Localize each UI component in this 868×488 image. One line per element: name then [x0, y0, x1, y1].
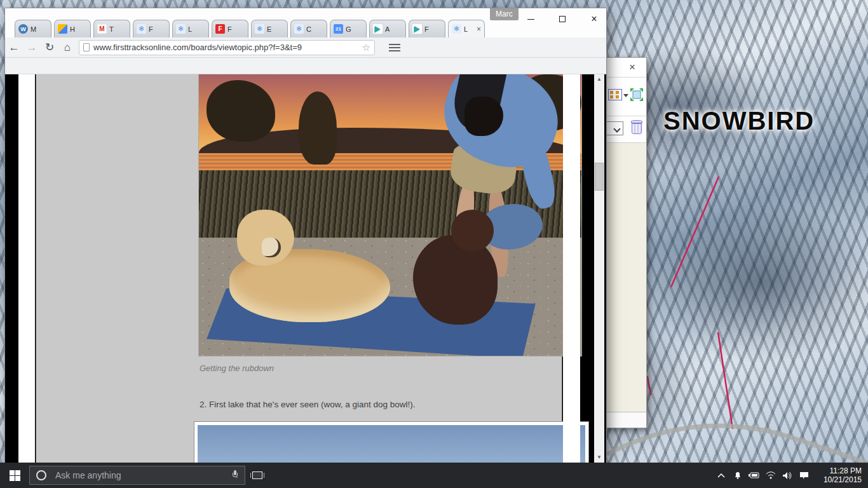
brown-puppy-figure	[413, 235, 497, 325]
browser-tab[interactable]: C	[290, 20, 327, 37]
close-button[interactable]: ×	[586, 12, 602, 26]
browser-tab[interactable]: G	[330, 20, 367, 37]
browser-tab[interactable]: A	[369, 20, 406, 37]
tab-title: L	[464, 25, 468, 33]
post-photo-lake-sky[interactable]	[194, 421, 589, 463]
clock-date: 10/21/2015	[817, 475, 862, 484]
flipboard-favicon-icon	[215, 24, 225, 34]
wordpress-favicon-icon	[18, 24, 28, 34]
scroll-up-icon[interactable]: ▲	[594, 74, 604, 85]
play-favicon-icon	[412, 24, 422, 34]
tab-title: H	[70, 25, 75, 33]
layout-dropdown-caret-icon[interactable]	[623, 94, 628, 97]
tab-strip: MHTFLFECGAFL×	[15, 20, 487, 37]
tray-wifi-icon[interactable]	[763, 463, 779, 488]
tree-silhouette	[299, 92, 337, 165]
browser-tab[interactable]: F	[212, 20, 248, 37]
windows-taskbar: Ask me anything	[0, 463, 868, 488]
back-icon[interactable]: ←	[5, 41, 23, 54]
browser-tab[interactable]: H	[54, 20, 91, 37]
post-paragraph: 2. First lake that he's ever seen (wow, …	[200, 400, 416, 409]
browser-titlebar[interactable]: MHTFLFECGAFL× Marc ×	[5, 8, 606, 37]
tab-title: F	[227, 25, 232, 33]
tab-title: A	[385, 25, 390, 33]
snowflake-favicon-icon	[294, 24, 304, 34]
chrome-menu-icon[interactable]	[389, 44, 400, 45]
action-center-icon[interactable]	[796, 463, 812, 488]
microphone-icon[interactable]	[232, 470, 238, 480]
utility-close-icon[interactable]: ×	[626, 61, 639, 74]
page-security-icon[interactable]	[83, 43, 90, 51]
fit-to-screen-icon[interactable]	[630, 88, 644, 102]
tray-chevron-up-icon[interactable]	[713, 463, 729, 488]
task-view-icon	[252, 471, 262, 479]
url-text[interactable]: www.firsttracksonline.com/boards/viewtop…	[93, 43, 362, 52]
clock-time: 11:28 PM	[817, 466, 862, 475]
browser-tab[interactable]: F	[409, 20, 445, 37]
snowflake-favicon-icon	[176, 24, 186, 34]
blue-sky	[198, 425, 585, 463]
bookmarks-bar	[5, 58, 606, 74]
page-margin-left	[18, 74, 35, 463]
profile-name-chip[interactable]: Marc	[490, 8, 519, 20]
tab-title: F	[149, 25, 153, 33]
layout-panels-icon[interactable]	[608, 89, 622, 100]
browser-toolbar: ← → ↻ ⌂ www.firsttracksonline.com/boards…	[5, 37, 606, 58]
browser-tab[interactable]: F	[133, 20, 170, 37]
start-button[interactable]	[0, 463, 29, 488]
tray-volume-icon[interactable]	[779, 463, 796, 488]
tab-title: E	[267, 25, 271, 33]
browser-tab[interactable]: L	[172, 20, 209, 37]
snowflake-favicon-icon	[137, 24, 146, 34]
tab-title: M	[31, 25, 36, 33]
forward-icon[interactable]: →	[23, 41, 41, 54]
calendar-favicon-icon	[334, 24, 343, 34]
windows-logo-icon	[10, 470, 20, 481]
maximize-button[interactable]	[554, 12, 571, 26]
scrollbar-thumb[interactable]	[595, 163, 604, 191]
snowflake-favicon-icon	[452, 24, 461, 34]
system-tray: 11:28 PM 10/21/2015	[713, 463, 868, 488]
bookmark-star-icon[interactable]: ☆	[362, 42, 370, 53]
tray-battery-icon[interactable]	[746, 463, 763, 488]
window-controls: ×	[522, 12, 602, 26]
page-scrollbar[interactable]: ▲ ▼	[594, 74, 604, 463]
tab-close-icon[interactable]: ×	[477, 25, 481, 33]
brown-puppy-figure	[451, 210, 493, 252]
tab-title: C	[306, 25, 311, 33]
cortana-icon	[36, 470, 46, 480]
chrome-browser-window: MHTFLFECGAFL× Marc × ← → ↻ ⌂ www.firsttr…	[4, 8, 607, 463]
play-favicon-icon	[373, 24, 383, 34]
browser-tab[interactable]: T	[93, 20, 130, 37]
browser-viewport: Getting the rubdown 2. First lake that h…	[5, 74, 606, 463]
cortana-search-box[interactable]: Ask me anything	[29, 466, 245, 485]
minimize-button[interactable]	[522, 12, 539, 26]
desktop: SNOWBIRD × MHTFLFECG	[0, 0, 868, 488]
trash-icon[interactable]	[631, 120, 642, 134]
tab-title: T	[109, 25, 114, 33]
photo-caption: Getting the rubdown	[200, 363, 274, 373]
page-margin-right	[563, 74, 580, 463]
taskbar-clock[interactable]: 11:28 PM 10/21/2015	[817, 466, 862, 484]
browser-tab-active[interactable]: L×	[448, 20, 485, 37]
snowflake-favicon-icon	[255, 24, 264, 34]
tab-title: F	[424, 25, 429, 33]
task-view-button[interactable]	[245, 463, 269, 488]
scroll-down-icon[interactable]: ▼	[594, 452, 604, 463]
tray-bell-icon[interactable]	[729, 463, 746, 488]
reload-icon[interactable]: ↻	[41, 41, 58, 54]
search-placeholder: Ask me anything	[55, 470, 232, 480]
home-icon[interactable]: ⌂	[58, 41, 76, 54]
adsense-favicon-icon	[58, 24, 67, 34]
post-photo-dogs-sunset[interactable]	[198, 74, 582, 356]
forum-post-panel: Getting the rubdown 2. First lake that h…	[36, 74, 562, 463]
browser-tab[interactable]: E	[251, 20, 288, 37]
gmail-favicon-icon	[97, 24, 107, 34]
tab-title: L	[188, 25, 192, 33]
browser-tab[interactable]: M	[15, 20, 51, 37]
tab-title: G	[346, 25, 351, 33]
address-bar[interactable]: www.firsttracksonline.com/boards/viewtop…	[79, 40, 375, 55]
